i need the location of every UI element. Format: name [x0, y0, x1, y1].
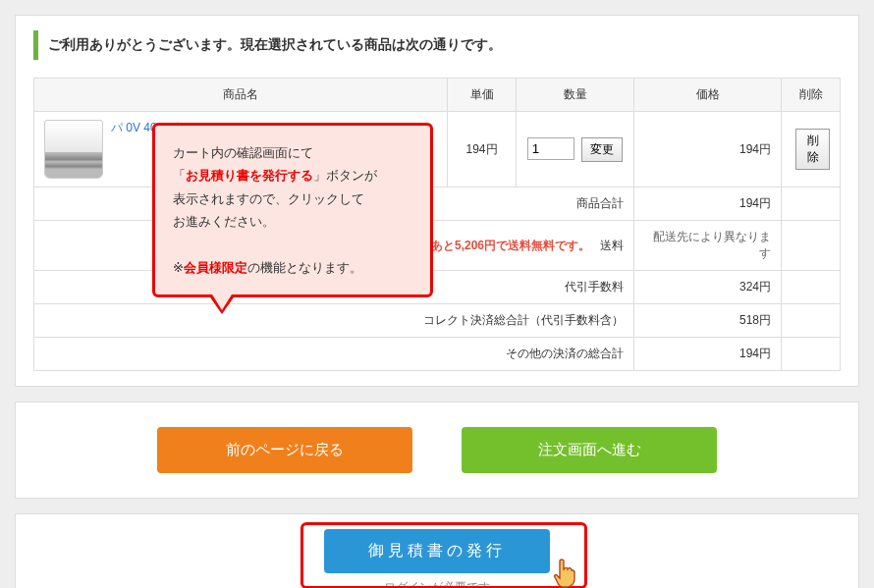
cod-fee: 324円: [634, 271, 782, 304]
col-del: 削除: [782, 79, 841, 112]
tooltip-line: お進みください。: [173, 210, 412, 233]
free-shipping-note: あと5,206円で送料無料です。: [431, 239, 590, 252]
unit-price: 194円: [448, 112, 517, 187]
tooltip-line: カート内の確認画面にて: [173, 141, 412, 164]
login-required-note: ログインが必要です: [33, 579, 841, 588]
tooltip-line: ※会員様限定の機能となります。: [173, 256, 412, 279]
cart-panel: ご利用ありがとうございます。現在選択されている商品は次の通りです。 商品名 単価…: [15, 15, 859, 387]
shipping-note: 配送先により異なります: [634, 221, 782, 271]
subtotal: 194円: [634, 187, 782, 221]
col-unit: 単価: [448, 79, 517, 112]
other-label: その他の決済の総合計: [34, 338, 634, 371]
line-price: 194円: [634, 112, 782, 187]
quote-panel: 御見積書の発行 ログインが必要です: [15, 513, 859, 588]
next-button[interactable]: 注文画面へ進む: [462, 427, 717, 473]
col-price: 価格: [634, 79, 782, 112]
collect-label: コレクト決済総合計（代引手数料含）: [34, 304, 634, 338]
pointer-cursor-icon: [554, 558, 579, 588]
quantity-input[interactable]: [527, 137, 574, 160]
quote-button[interactable]: 御見積書の発行: [324, 529, 550, 573]
tooltip-line: 表示されますので、クリックして: [173, 187, 412, 210]
col-name: 商品名: [34, 79, 448, 112]
shipping-label: 送料: [600, 239, 624, 252]
back-button[interactable]: 前のページに戻る: [157, 427, 412, 473]
product-thumbnail: [44, 120, 103, 179]
delete-button[interactable]: 削除: [795, 129, 830, 170]
nav-buttons-panel: 前のページに戻る 注文画面へ進む: [15, 401, 859, 499]
col-qty: 数量: [517, 79, 634, 112]
tooltip-line: 「お見積り書を発行する」ボタンが: [173, 164, 412, 187]
instruction-tooltip: カート内の確認画面にて 「お見積り書を発行する」ボタンが 表示されますので、クリ…: [152, 123, 433, 297]
change-qty-button[interactable]: 変更: [581, 137, 623, 162]
other-total: 194円: [634, 338, 782, 371]
collect-total: 518円: [634, 304, 782, 338]
page-title: ご利用ありがとうございます。現在選択されている商品は次の通りです。: [33, 30, 841, 60]
tooltip-arrow-icon: [208, 294, 236, 314]
